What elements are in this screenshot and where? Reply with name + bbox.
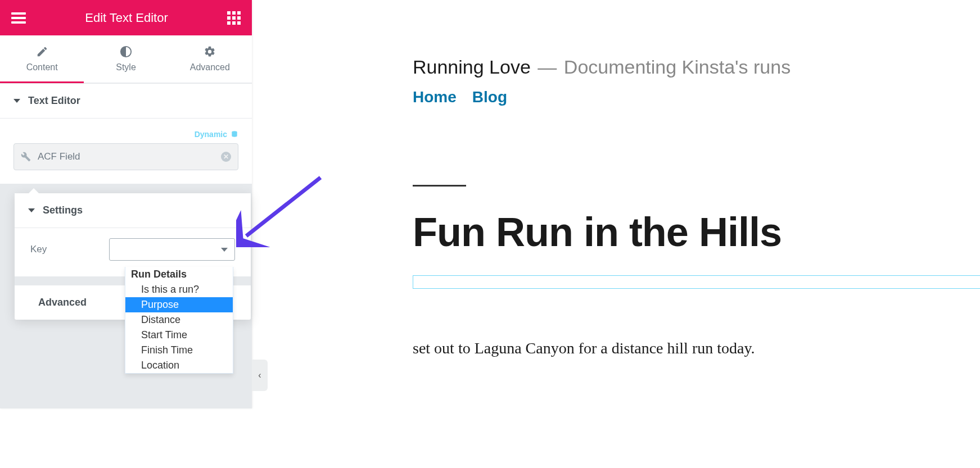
tab-label: Content xyxy=(26,62,58,72)
key-dropdown: Run Details Is this a run? Purpose Dista… xyxy=(125,267,233,374)
chevron-down-icon xyxy=(221,248,228,252)
dropdown-option[interactable]: Is this a run? xyxy=(125,282,233,297)
post-title: Fun Run in the Hills xyxy=(413,209,980,255)
pencil-icon xyxy=(36,46,48,58)
page-preview: Running Love — Documenting Kinsta's runs… xyxy=(252,0,980,468)
section-toggle-settings[interactable]: Settings xyxy=(15,193,251,228)
contrast-icon xyxy=(120,46,132,58)
selected-widget-placeholder[interactable] xyxy=(413,275,980,289)
database-icon xyxy=(231,130,238,138)
section-text-editor: Text Editor Dynamic ACF Field ✕ xyxy=(0,83,252,184)
dropdown-option[interactable]: Start Time xyxy=(125,328,233,343)
dropdown-option[interactable]: Distance xyxy=(125,312,233,328)
tab-style[interactable]: Style xyxy=(84,35,168,83)
tab-content[interactable]: Content xyxy=(0,35,84,83)
section-label: Text Editor xyxy=(28,95,80,107)
nav-blog[interactable]: Blog xyxy=(472,88,507,106)
divider xyxy=(413,185,466,187)
dynamic-label: Dynamic xyxy=(195,130,227,139)
section-body: Dynamic ACF Field ✕ xyxy=(0,118,252,184)
key-label: Key xyxy=(30,244,98,255)
dropdown-option[interactable]: Location xyxy=(125,358,233,373)
site-title: Running Love — Documenting Kinsta's runs xyxy=(413,56,980,78)
clear-icon[interactable]: ✕ xyxy=(221,152,231,162)
tab-label: Advanced xyxy=(190,62,230,72)
tab-advanced[interactable]: Advanced xyxy=(168,35,252,83)
menu-icon[interactable] xyxy=(0,10,37,26)
site-name: Running Love xyxy=(413,56,531,78)
panel-title: Edit Text Editor xyxy=(85,11,168,25)
caret-down-icon xyxy=(28,208,35,212)
panel-tabs: Content Style Advanced xyxy=(0,35,252,83)
dropdown-option[interactable]: Finish Time xyxy=(125,343,233,358)
chevron-left-icon: ‹ xyxy=(258,370,261,380)
widgets-grid-icon[interactable] xyxy=(216,11,252,25)
caret-down-icon xyxy=(13,99,20,103)
dropdown-group: Run Details xyxy=(125,267,233,282)
site-nav: Home Blog xyxy=(413,88,980,106)
post-body: set out to Laguna Canyon for a distance … xyxy=(413,339,980,357)
section-label: Advanced xyxy=(38,297,87,308)
section-label: Settings xyxy=(43,205,83,216)
dynamic-toggle[interactable]: Dynamic xyxy=(13,126,238,139)
wrench-icon xyxy=(21,152,31,162)
collapse-panel-button[interactable]: ‹ xyxy=(252,360,268,391)
section-toggle-text-editor[interactable]: Text Editor xyxy=(0,84,252,118)
dash: — xyxy=(538,56,557,78)
key-select[interactable] xyxy=(109,238,235,261)
panel-header: Edit Text Editor xyxy=(0,0,252,35)
dynamic-field-input[interactable]: ACF Field ✕ xyxy=(13,143,238,170)
field-input-value: ACF Field xyxy=(38,151,80,162)
dropdown-option[interactable]: Purpose xyxy=(125,297,233,312)
gear-icon xyxy=(204,46,216,58)
nav-home[interactable]: Home xyxy=(413,88,457,106)
site-tagline: Documenting Kinsta's runs xyxy=(564,56,791,78)
tab-label: Style xyxy=(116,62,136,72)
